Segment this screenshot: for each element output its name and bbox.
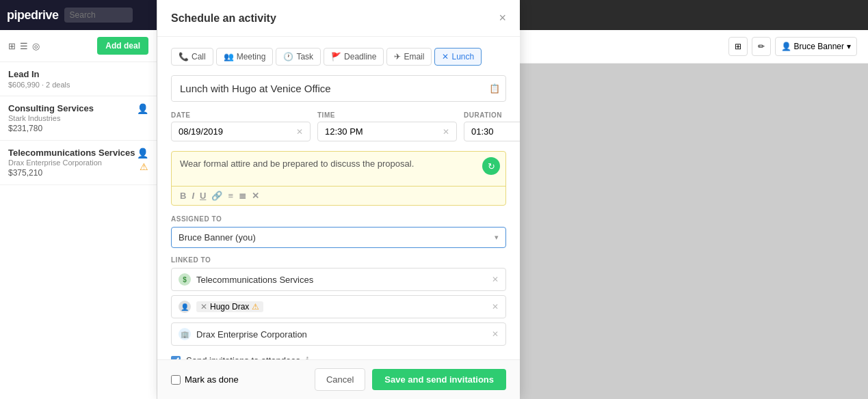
lead-title: Lead In [8,69,148,79]
date-input-wrapper[interactable]: ✕ [171,122,311,141]
tab-call[interactable]: 📞 Call [171,48,213,66]
kanban-view-icons: ⊞ ☰ ◎ [8,41,40,51]
linked-org-text: Drax Enterprise Corporation [196,329,492,340]
edit-button[interactable]: ✏ [752,37,771,56]
filter-chevron-icon: ▾ [847,42,851,51]
deal-item-telecom[interactable]: Telecommunications Services Drax Enterpr… [0,141,157,185]
deal-icon: $ [179,273,191,286]
invite-row: Send invitations to attendees ℹ [171,350,506,359]
org-icon: 🏢 [179,328,191,340]
datetime-row: DATE ✕ TIME ✕ DURATION [171,111,506,141]
duration-input[interactable] [471,126,520,137]
filter-button[interactable]: ⊞ [728,37,748,56]
italic-button[interactable]: I [192,191,194,201]
tab-task[interactable]: 🕐 Task [276,48,321,66]
activity-type-tabs: 📞 Call 👥 Meeting 🕐 Task 🚩 Deadline ✈ [171,48,506,66]
right-header-actions: ⊞ ✏ 👤 Bruce Banner ▾ [728,37,857,56]
modal-footer: Mark as done Cancel Save and send invita… [157,359,520,399]
note-refresh-button[interactable]: ↻ [482,157,500,175]
user-filter-button[interactable]: 👤 Bruce Banner ▾ [775,37,857,56]
link-button[interactable]: 🔗 [211,191,222,201]
mark-done-checkbox[interactable] [171,375,181,385]
date-clear-button[interactable]: ✕ [296,127,303,137]
note-toolbar: B I U 🔗 ≡ ≣ ✕ [172,186,505,205]
deal-name: Consulting Services [8,103,94,113]
task-icon: 🕐 [283,52,293,61]
save-send-invitations-button[interactable]: Save and send invitations [372,369,506,390]
app-logo: pipedrive [7,8,59,23]
date-input[interactable] [179,126,293,137]
assigned-to-value: Bruce Banner (you) [179,232,495,243]
filter-user-icon: 👤 [781,42,791,51]
person-icon: 👤 [179,301,191,313]
deal-amount: $375,210 [8,168,135,178]
person-tag-close-icon[interactable]: ✕ [200,302,207,312]
tab-lunch[interactable]: ✕ Lunch [434,48,482,66]
add-deal-button[interactable]: Add deal [97,37,148,55]
duration-label: DURATION [464,111,520,119]
person-tag-name: Hugo Drax [210,302,249,312]
linked-row-deal: $ Telecommunications Services ✕ [171,268,506,291]
linked-section-label: LINKED TO [171,256,506,264]
tab-meeting[interactable]: 👥 Meeting [216,48,274,66]
modal-body: 📞 Call 👥 Meeting 🕐 Task 🚩 Deadline ✈ [157,37,520,359]
grid-icon[interactable]: ⊞ [8,41,16,51]
lead-section: Lead In $606,990 · 2 deals [0,62,157,96]
email-icon: ✈ [394,52,401,61]
list-icon[interactable]: ☰ [20,41,28,51]
linked-row-org: 🏢 Drax Enterprise Corporation ✕ [171,322,506,346]
numbered-list-button[interactable]: ≣ [239,191,246,201]
time-input-wrapper[interactable]: ✕ [317,122,457,141]
lunch-label: Lunch [451,52,474,61]
person-tag: ✕ Hugo Drax ⚠ [196,301,263,312]
deal-item-consulting[interactable]: Consulting Services Stark Industries $23… [0,96,157,141]
linked-row-person: 👤 ✕ Hugo Drax ⚠ ✕ [171,295,506,318]
bullet-list-button[interactable]: ≡ [228,191,233,201]
mark-done-row: Mark as done [171,374,239,385]
org-clear-button[interactable]: ✕ [492,329,499,339]
assigned-to-select[interactable]: Bruce Banner (you) ▾ [171,227,506,248]
call-icon: 📞 [179,52,189,61]
filter-user-label: Bruce Banner [794,42,844,51]
deal-clear-button[interactable]: ✕ [492,275,499,284]
person-warning-icon: ⚠ [252,302,259,312]
top-bar: pipedrive [0,0,157,30]
kanban-header: ⊞ ☰ ◎ Add deal [0,30,157,62]
person-clear-button[interactable]: ✕ [492,302,499,312]
note-text[interactable]: Wear formal attire and be prepared to di… [172,152,505,186]
schedule-activity-modal: Schedule an activity × 📞 Call 👥 Meeting … [157,0,520,399]
mark-done-label: Mark as done [185,374,239,385]
cancel-button[interactable]: Cancel [315,368,365,391]
search-input[interactable] [64,8,133,23]
linked-deal-text: Telecommunications Services [196,275,492,285]
note-area: Wear formal attire and be prepared to di… [171,151,506,206]
time-clear-button[interactable]: ✕ [443,127,449,137]
clear-format-button[interactable]: ✕ [252,191,259,201]
bold-button[interactable]: B [180,191,186,201]
date-field-group: DATE ✕ [171,111,311,141]
assigned-section-label: ASSIGNED TO [171,215,506,223]
person-icon: 👤 [137,103,148,114]
time-input[interactable] [325,126,440,137]
modal-header: Schedule an activity × [157,0,520,37]
deal-company: Drax Enterprise Corporation [8,159,135,167]
clipboard-icon: 📋 [484,78,505,99]
email-label: Email [404,52,424,61]
tab-deadline[interactable]: 🚩 Deadline [324,48,384,66]
deal-company: Stark Industries [8,114,94,122]
underline-button[interactable]: U [200,191,206,201]
time-field-group: TIME ✕ [317,111,457,141]
person-icon: 👤 [137,148,148,159]
modal-close-button[interactable]: × [499,11,506,25]
deadline-label: Deadline [344,52,376,61]
task-label: Task [296,52,313,61]
duration-input-wrapper[interactable]: ✕ [464,122,520,141]
activity-title-input[interactable] [172,76,484,101]
activity-title-row: 📋 [171,75,506,102]
tab-email[interactable]: ✈ Email [386,48,432,66]
meeting-label: Meeting [237,52,266,61]
deal-name: Telecommunications Services [8,148,135,158]
chart-icon[interactable]: ◎ [32,41,40,51]
deal-amount: $231,780 [8,124,94,133]
call-label: Call [192,52,206,61]
